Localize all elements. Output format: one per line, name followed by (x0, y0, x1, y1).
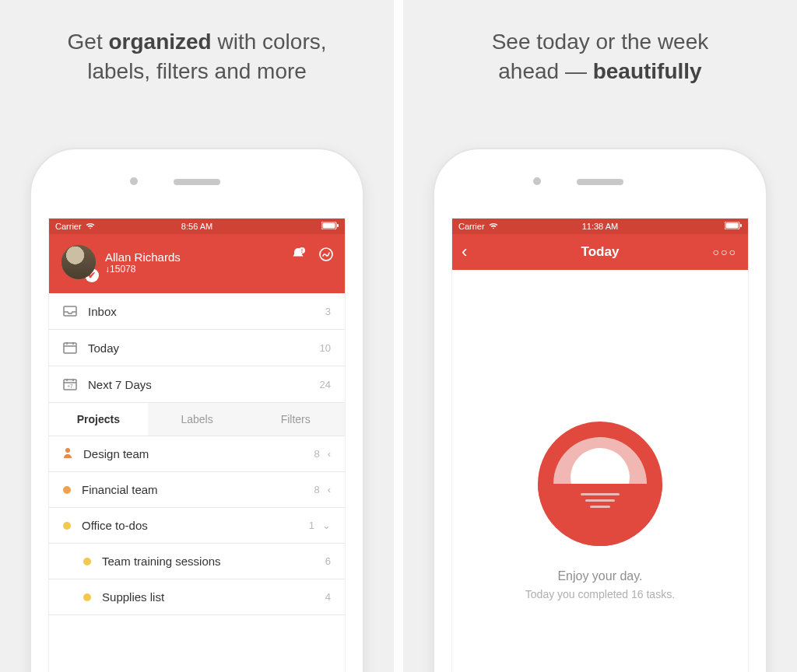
battery-icon (725, 222, 742, 231)
avatar[interactable]: ✔ (61, 245, 96, 279)
user-score: ↓15078 (105, 264, 181, 275)
nav-count: 24 (320, 379, 331, 390)
wifi-icon (86, 222, 95, 231)
notifications-icon[interactable]: ! (290, 247, 306, 265)
sunset-illustration (538, 422, 662, 546)
user-header: ✔ Allan Richards ↓15078 ! (49, 234, 345, 293)
carrier-label: Carrier (55, 222, 82, 231)
carrier-label: Carrier (458, 222, 485, 231)
screen-right: Carrier 11:38 AM ‹ Today ○ (451, 218, 749, 672)
project-label: Financial team (82, 483, 158, 496)
nav-next7[interactable]: +7 Next 7 Days 24 (49, 366, 345, 403)
battery-icon (321, 222, 339, 231)
more-icon[interactable]: ○○○ (713, 246, 737, 258)
status-time: 8:56 AM (181, 222, 212, 231)
nav-count: 10 (320, 342, 331, 354)
svg-rect-12 (725, 223, 738, 229)
nav-count: 3 (325, 306, 331, 317)
nav-label: Today (88, 341, 119, 355)
chevron-down-icon: ⌄ (322, 520, 331, 531)
project-label: Design team (83, 447, 149, 460)
status-bar: Carrier 11:38 AM (452, 219, 748, 234)
tab-labels[interactable]: Labels (148, 403, 247, 436)
chevron-left-icon: ‹ (328, 484, 331, 495)
nav-inbox[interactable]: Inbox 3 (49, 293, 345, 330)
page-title: Today (581, 244, 620, 260)
person-icon (63, 447, 72, 460)
svg-rect-13 (740, 224, 742, 227)
nav-today[interactable]: Today 10 (49, 330, 345, 366)
today-header: ‹ Today ○○○ (452, 234, 748, 270)
project-label: Office to-dos (82, 519, 148, 532)
left-pane: Get organized with colors, labels, filte… (0, 0, 394, 672)
project-item[interactable]: Financial team 8‹ (49, 472, 345, 508)
nav-label: Next 7 Days (88, 378, 152, 391)
pane-divider (394, 0, 403, 672)
calendar-today-icon (63, 341, 77, 355)
svg-text:+7: +7 (67, 383, 73, 389)
svg-rect-7 (64, 343, 76, 353)
project-color-dot (83, 558, 91, 565)
productivity-icon[interactable] (318, 247, 334, 265)
left-headline: Get organized with colors, labels, filte… (16, 27, 378, 86)
right-pane: See today or the week ahead — beautifull… (403, 0, 797, 672)
calendar-week-icon: +7 (63, 377, 77, 391)
project-label: Supplies list (102, 590, 164, 604)
wifi-icon (489, 222, 498, 231)
project-subitem[interactable]: Team training sessions 6 (49, 544, 345, 579)
svg-rect-6 (64, 306, 76, 316)
tab-filters[interactable]: Filters (246, 403, 345, 436)
user-name: Allan Richards (105, 250, 181, 264)
status-bar: Carrier 8:56 AM (49, 219, 345, 234)
right-headline: See today or the week ahead — beautifull… (419, 27, 781, 86)
inbox-icon (63, 304, 77, 318)
project-item[interactable]: Design team 8‹ (49, 436, 345, 472)
back-icon[interactable]: ‹ (462, 242, 467, 262)
screen-left: Carrier 8:56 AM ✔ (48, 218, 346, 672)
empty-state-subtitle: Today you completed 16 tasks. (525, 588, 675, 600)
chevron-left-icon: ‹ (328, 448, 331, 460)
karma-badge-icon: ✔ (85, 268, 99, 282)
project-item[interactable]: Office to-dos 1⌄ (49, 508, 345, 544)
project-color-dot (83, 593, 91, 601)
tabs: Projects Labels Filters (49, 403, 345, 436)
nav-label: Inbox (88, 305, 117, 318)
status-time: 11:38 AM (582, 222, 618, 231)
svg-rect-1 (323, 223, 335, 229)
svg-text:!: ! (301, 248, 303, 254)
project-color-dot (63, 522, 71, 530)
project-color-dot (63, 486, 71, 494)
svg-point-10 (65, 448, 70, 453)
empty-state-title: Enjoy your day. (525, 569, 675, 583)
project-label: Team training sessions (102, 555, 221, 568)
phone-frame-left: Carrier 8:56 AM ✔ (30, 148, 364, 672)
phone-frame-right: Carrier 11:38 AM ‹ Today ○ (433, 148, 767, 672)
svg-rect-2 (337, 224, 339, 227)
tab-projects[interactable]: Projects (49, 403, 148, 436)
project-subitem[interactable]: Supplies list 4 (49, 579, 345, 615)
